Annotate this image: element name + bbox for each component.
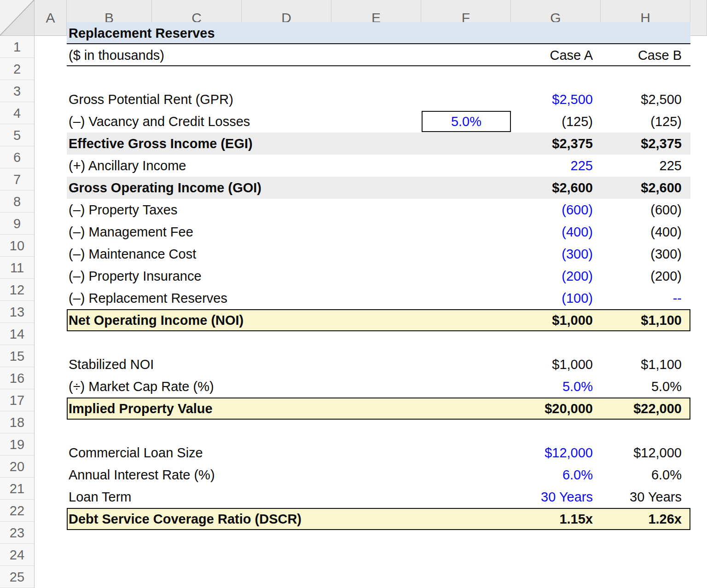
goi-case-a[interactable]: $2,600 bbox=[511, 177, 593, 199]
row-header-23[interactable]: 23 bbox=[0, 522, 34, 544]
row-header-11[interactable]: 11 bbox=[0, 257, 34, 279]
replacement-reserves-case-a[interactable]: (100) bbox=[511, 287, 593, 309]
row-header-17[interactable]: 17 bbox=[0, 389, 34, 411]
ancillary-label[interactable]: (+) Ancillary Income bbox=[69, 155, 186, 177]
property-value-case-a[interactable]: $20,000 bbox=[511, 398, 593, 420]
row-case-headers: ($ in thousands) Case A Case B bbox=[35, 44, 707, 66]
row-header-21[interactable]: 21 bbox=[0, 478, 34, 500]
stabilized-noi-label[interactable]: Stabilized NOI bbox=[69, 353, 154, 375]
row-header-12[interactable]: 12 bbox=[0, 279, 34, 301]
row-header-13[interactable]: 13 bbox=[0, 301, 34, 323]
interest-rate-label[interactable]: Annual Interest Rate (%) bbox=[69, 464, 215, 486]
row-header-7[interactable]: 7 bbox=[0, 168, 34, 190]
row-header-2[interactable]: 2 bbox=[0, 58, 34, 80]
row-header-6[interactable]: 6 bbox=[0, 146, 34, 168]
goi-case-b[interactable]: $2,600 bbox=[601, 177, 682, 199]
ancillary-case-a[interactable]: 225 bbox=[511, 155, 593, 177]
gpr-case-a[interactable]: $2,500 bbox=[511, 88, 593, 110]
management-fee-label[interactable]: (–) Management Fee bbox=[69, 221, 193, 243]
management-fee-case-a[interactable]: (400) bbox=[511, 221, 593, 243]
loan-size-case-a[interactable]: $12,000 bbox=[511, 442, 593, 464]
row-header-4[interactable]: 4 bbox=[0, 102, 34, 124]
row-header-9[interactable]: 9 bbox=[0, 213, 34, 235]
spreadsheet: ABCDEFGH 1234567891011121314151617181920… bbox=[0, 0, 707, 588]
dscr-label[interactable]: Debt Service Coverage Ratio (DSCR) bbox=[69, 508, 301, 530]
noi-case-b[interactable]: $1,100 bbox=[601, 309, 682, 331]
stabilized-noi-case-a[interactable]: $1,000 bbox=[511, 353, 593, 375]
case-b-header[interactable]: Case B bbox=[601, 44, 682, 66]
loan-term-case-b[interactable]: 30 Years bbox=[601, 486, 682, 508]
row-loan-term: Loan Term 30 Years 30 Years bbox=[35, 486, 707, 508]
row-header-5[interactable]: 5 bbox=[0, 124, 34, 146]
dscr-case-a[interactable]: 1.15x bbox=[511, 508, 593, 530]
noi-label[interactable]: Net Operating Income (NOI) bbox=[69, 309, 243, 331]
cap-rate-label[interactable]: (÷) Market Cap Rate (%) bbox=[69, 375, 214, 398]
property-taxes-label[interactable]: (–) Property Taxes bbox=[69, 199, 177, 221]
sheet-title: Replacement Reserves bbox=[69, 22, 215, 44]
row-cap-rate: (÷) Market Cap Rate (%) 5.0% 5.0% bbox=[35, 375, 707, 398]
property-value-case-b[interactable]: $22,000 bbox=[601, 398, 682, 420]
maintenance-label[interactable]: (–) Maintenance Cost bbox=[69, 243, 196, 265]
row-header-16[interactable]: 16 bbox=[0, 367, 34, 389]
loan-term-case-a[interactable]: 30 Years bbox=[511, 486, 593, 508]
maintenance-case-b[interactable]: (300) bbox=[601, 243, 682, 265]
row-headers: 1234567891011121314151617181920212223242… bbox=[0, 36, 35, 588]
row-header-22[interactable]: 22 bbox=[0, 500, 34, 522]
row-header-24[interactable]: 24 bbox=[0, 544, 34, 566]
vacancy-label[interactable]: (–) Vacancy and Credit Losses bbox=[69, 110, 250, 133]
row-header-10[interactable]: 10 bbox=[0, 235, 34, 257]
egi-case-b[interactable]: $2,375 bbox=[601, 133, 682, 155]
row-property-taxes: (–) Property Taxes (600) (600) bbox=[35, 199, 707, 221]
row-header-8[interactable]: 8 bbox=[0, 190, 34, 213]
row-property-value: Implied Property Value $20,000 $22,000 bbox=[35, 398, 707, 420]
cap-rate-case-b[interactable]: 5.0% bbox=[601, 375, 682, 398]
vacancy-rate-input[interactable]: 5.0% bbox=[422, 111, 511, 132]
vacancy-case-a[interactable]: (125) bbox=[511, 110, 593, 133]
replacement-reserves-label[interactable]: (–) Replacement Reserves bbox=[69, 287, 227, 309]
loan-size-case-b[interactable]: $12,000 bbox=[601, 442, 682, 464]
interest-rate-case-b[interactable]: 6.0% bbox=[601, 464, 682, 486]
row-header-1[interactable]: 1 bbox=[0, 36, 34, 58]
property-taxes-case-b[interactable]: (600) bbox=[601, 199, 682, 221]
select-all-corner[interactable] bbox=[0, 0, 35, 36]
units-label[interactable]: ($ in thousands) bbox=[69, 44, 164, 66]
noi-case-a[interactable]: $1,000 bbox=[511, 309, 593, 331]
row-header-19[interactable]: 19 bbox=[0, 433, 34, 455]
replacement-reserves-case-b[interactable]: -- bbox=[601, 287, 682, 309]
row-header-18[interactable]: 18 bbox=[0, 411, 34, 433]
row-header-3[interactable]: 3 bbox=[0, 80, 34, 102]
egi-case-a[interactable]: $2,375 bbox=[511, 133, 593, 155]
management-fee-case-b[interactable]: (400) bbox=[601, 221, 682, 243]
property-value-label[interactable]: Implied Property Value bbox=[69, 398, 213, 420]
dscr-case-b[interactable]: 1.26x bbox=[601, 508, 682, 530]
row-dscr: Debt Service Coverage Ratio (DSCR) 1.15x… bbox=[35, 508, 707, 530]
gpr-case-b[interactable]: $2,500 bbox=[601, 88, 682, 110]
vacancy-case-b[interactable]: (125) bbox=[601, 110, 682, 133]
goi-label[interactable]: Gross Operating Income (GOI) bbox=[69, 177, 261, 199]
interest-rate-case-a[interactable]: 6.0% bbox=[511, 464, 593, 486]
insurance-case-b[interactable]: (200) bbox=[601, 265, 682, 287]
cap-rate-case-a[interactable]: 5.0% bbox=[511, 375, 593, 398]
gpr-label[interactable]: Gross Potential Rent (GPR) bbox=[69, 88, 233, 110]
case-a-header[interactable]: Case A bbox=[511, 44, 593, 66]
row-noi: Net Operating Income (NOI) $1,000 $1,100 bbox=[35, 309, 707, 331]
ancillary-case-b[interactable]: 225 bbox=[601, 155, 682, 177]
property-taxes-case-a[interactable]: (600) bbox=[511, 199, 593, 221]
row-header-15[interactable]: 15 bbox=[0, 345, 34, 367]
maintenance-case-a[interactable]: (300) bbox=[511, 243, 593, 265]
loan-size-label[interactable]: Commercial Loan Size bbox=[69, 442, 203, 464]
row-vacancy: (–) Vacancy and Credit Losses 5.0% (125)… bbox=[35, 110, 707, 133]
row-gpr: Gross Potential Rent (GPR) $2,500 $2,500 bbox=[35, 88, 707, 110]
insurance-label[interactable]: (–) Property Insurance bbox=[69, 265, 202, 287]
row-maintenance: (–) Maintenance Cost (300) (300) bbox=[35, 243, 707, 265]
stabilized-noi-case-b[interactable]: $1,100 bbox=[601, 353, 682, 375]
row-replacement-reserves: (–) Replacement Reserves (100) -- bbox=[35, 287, 707, 309]
corner-diagonal-icon bbox=[0, 0, 34, 35]
row-header-20[interactable]: 20 bbox=[0, 455, 34, 478]
loan-term-label[interactable]: Loan Term bbox=[69, 486, 132, 508]
row-header-14[interactable]: 14 bbox=[0, 323, 34, 345]
row-stabilized-noi: Stabilized NOI $1,000 $1,100 bbox=[35, 353, 707, 375]
insurance-case-a[interactable]: (200) bbox=[511, 265, 593, 287]
row-header-25[interactable]: 25 bbox=[0, 566, 34, 588]
egi-label[interactable]: Effective Gross Income (EGI) bbox=[69, 133, 253, 155]
